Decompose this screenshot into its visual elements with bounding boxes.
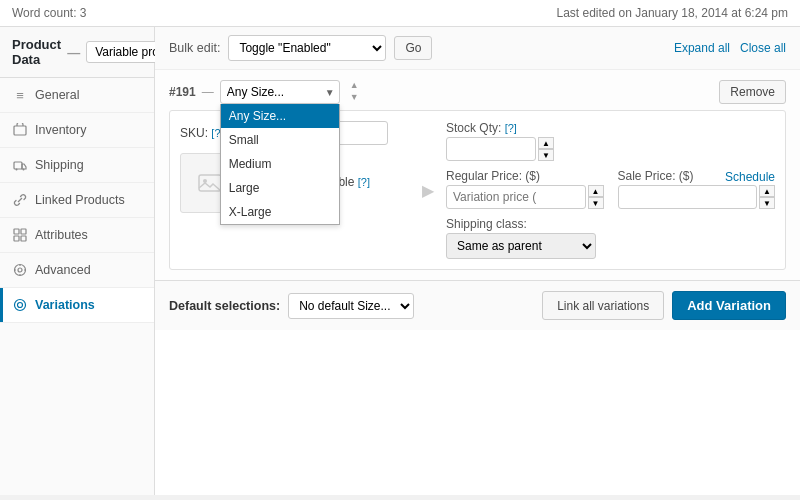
price-row: Regular Price: ($) ▲ ▼ Sal <box>446 169 775 209</box>
variation-right: Stock Qty: [?] ▲ ▼ Regular Price: ($ <box>446 121 775 259</box>
sale-price-label: Sale Price: ($) <box>618 169 694 183</box>
top-bar: Word count: 3 Last edited on January 18,… <box>0 0 800 27</box>
advanced-icon <box>12 262 28 278</box>
variation-select-wrap: Any Size... ▼ Any Size... Small Medium L… <box>220 80 340 104</box>
sidebar-item-advanced[interactable]: Advanced <box>0 253 154 288</box>
stock-qty-field: Stock Qty: [?] ▲ ▼ <box>446 121 775 161</box>
sale-price-input[interactable] <box>618 185 758 209</box>
sidebar-label-linked-products: Linked Products <box>35 193 125 207</box>
stock-qty-help-link[interactable]: [?] <box>505 122 517 134</box>
sidebar-label-advanced: Advanced <box>35 263 91 277</box>
close-all-link[interactable]: Close all <box>740 41 786 55</box>
shipping-class-field: Shipping class: Same as parent Flat rate… <box>446 217 775 259</box>
sidebar-item-linked-products[interactable]: Linked Products <box>0 183 154 218</box>
svg-rect-0 <box>14 126 26 135</box>
bulk-edit-header: Bulk edit: Toggle "Enabled" Toggle "Down… <box>155 27 800 70</box>
svg-rect-4 <box>14 229 19 234</box>
sidebar-item-variations[interactable]: Variations <box>0 288 154 323</box>
sku-label: SKU: [?] <box>180 126 224 140</box>
product-data-header: Product Data — Variable product Simple p… <box>0 27 154 78</box>
variation-header-row: #191 — Any Size... ▼ Any Size... Small M… <box>169 80 786 104</box>
sidebar-label-inventory: Inventory <box>35 123 86 137</box>
svg-point-14 <box>15 300 26 311</box>
variation-id-row: #191 — Any Size... ▼ Any Size... Small M… <box>169 80 359 104</box>
variation-size-select[interactable]: Any Size... <box>220 80 340 104</box>
bulk-edit-go-button[interactable]: Go <box>394 36 432 60</box>
variation-id: #191 <box>169 85 196 99</box>
dropdown-item-medium[interactable]: Medium <box>221 152 339 176</box>
stock-qty-spinner: ▲ ▼ <box>538 137 554 161</box>
sort-up-icon[interactable]: ▲ <box>350 80 359 92</box>
linked-products-icon <box>12 192 28 208</box>
dropdown-item-any[interactable]: Any Size... <box>221 104 339 128</box>
dropdown-item-large[interactable]: Large <box>221 176 339 200</box>
sidebar-label-general: General <box>35 88 79 102</box>
regular-price-down[interactable]: ▼ <box>588 197 604 209</box>
sidebar-item-shipping[interactable]: Shipping <box>0 148 154 183</box>
link-all-variations-button[interactable]: Link all variations <box>542 291 664 320</box>
shipping-class-select[interactable]: Same as parent Flat rate Free shipping <box>446 233 596 259</box>
size-dropdown[interactable]: Any Size... Small Medium Large X-Large <box>220 104 340 225</box>
bulk-edit-row: Bulk edit: Toggle "Enabled" Toggle "Down… <box>169 35 432 61</box>
sale-price-up[interactable]: ▲ <box>759 185 775 197</box>
word-count: Word count: 3 <box>12 6 86 20</box>
sidebar-label-variations: Variations <box>35 298 95 312</box>
regular-price-up[interactable]: ▲ <box>588 185 604 197</box>
sidebar-item-inventory[interactable]: Inventory <box>0 113 154 148</box>
sale-price-down[interactable]: ▼ <box>759 197 775 209</box>
dropdown-item-small[interactable]: Small <box>221 128 339 152</box>
svg-point-8 <box>15 265 26 276</box>
add-variation-button[interactable]: Add Variation <box>672 291 786 320</box>
sidebar-item-attributes[interactable]: Attributes <box>0 218 154 253</box>
expand-close-links: Expand all Close all <box>674 41 786 55</box>
product-data-label: Product Data <box>12 37 61 67</box>
last-edited: Last edited on January 18, 2014 at 6:24 … <box>557 6 789 20</box>
sidebar-label-shipping: Shipping <box>35 158 84 172</box>
default-selections-label: Default selections: <box>169 299 280 313</box>
stock-qty-up[interactable]: ▲ <box>538 137 554 149</box>
svg-rect-1 <box>14 162 22 169</box>
stock-qty-down[interactable]: ▼ <box>538 149 554 161</box>
main-content: Bulk edit: Toggle "Enabled" Toggle "Down… <box>155 27 800 495</box>
svg-rect-5 <box>21 229 26 234</box>
shipping-class-label: Shipping class: <box>446 217 775 231</box>
main-container: Product Data — Variable product Simple p… <box>0 27 800 495</box>
variation-container: #191 — Any Size... ▼ Any Size... Small M… <box>155 70 800 280</box>
stock-qty-input-wrap: ▲ ▼ <box>446 137 775 161</box>
sidebar-navigation: ≡ General Inventory Shipping <box>0 78 154 323</box>
footer-right: Link all variations Add Variation <box>542 291 786 320</box>
svg-point-3 <box>23 169 25 171</box>
variations-icon <box>12 297 28 313</box>
stock-qty-label: Stock Qty: [?] <box>446 121 775 135</box>
content-footer: Default selections: No default Size... S… <box>155 280 800 330</box>
sale-price-field: Sale Price: ($) Schedule ▲ ▼ <box>618 169 776 209</box>
svg-point-2 <box>16 169 18 171</box>
regular-price-label: Regular Price: ($) <box>446 169 604 183</box>
downloadable-help-link[interactable]: [?] <box>358 176 370 188</box>
bulk-edit-select[interactable]: Toggle "Enabled" Toggle "Downloadable" T… <box>228 35 386 61</box>
remove-variation-button[interactable]: Remove <box>719 80 786 104</box>
regular-price-field: Regular Price: ($) ▲ ▼ <box>446 169 604 209</box>
schedule-link[interactable]: Schedule <box>725 170 775 184</box>
svg-point-9 <box>18 268 22 272</box>
variation-sort-arrows: ▲ ▼ <box>350 80 359 103</box>
regular-price-input-wrap: ▲ ▼ <box>446 185 604 209</box>
sidebar: Product Data — Variable product Simple p… <box>0 27 155 495</box>
svg-rect-7 <box>21 236 26 241</box>
bulk-edit-label: Bulk edit: <box>169 41 220 55</box>
variation-divider: ▶ <box>420 121 436 259</box>
default-selections: Default selections: No default Size... S… <box>169 293 414 319</box>
sale-price-input-wrap: ▲ ▼ <box>618 185 776 209</box>
dropdown-item-xlarge[interactable]: X-Large <box>221 200 339 224</box>
default-size-select[interactable]: No default Size... Small Medium Large X-… <box>288 293 414 319</box>
inventory-icon <box>12 122 28 138</box>
stock-qty-input[interactable] <box>446 137 536 161</box>
sort-down-icon[interactable]: ▼ <box>350 92 359 104</box>
sidebar-item-general[interactable]: ≡ General <box>0 78 154 113</box>
expand-all-link[interactable]: Expand all <box>674 41 730 55</box>
sale-price-spinner: ▲ ▼ <box>759 185 775 209</box>
regular-price-input[interactable] <box>446 185 586 209</box>
attributes-icon <box>12 227 28 243</box>
svg-point-15 <box>18 303 23 308</box>
sidebar-label-attributes: Attributes <box>35 228 88 242</box>
